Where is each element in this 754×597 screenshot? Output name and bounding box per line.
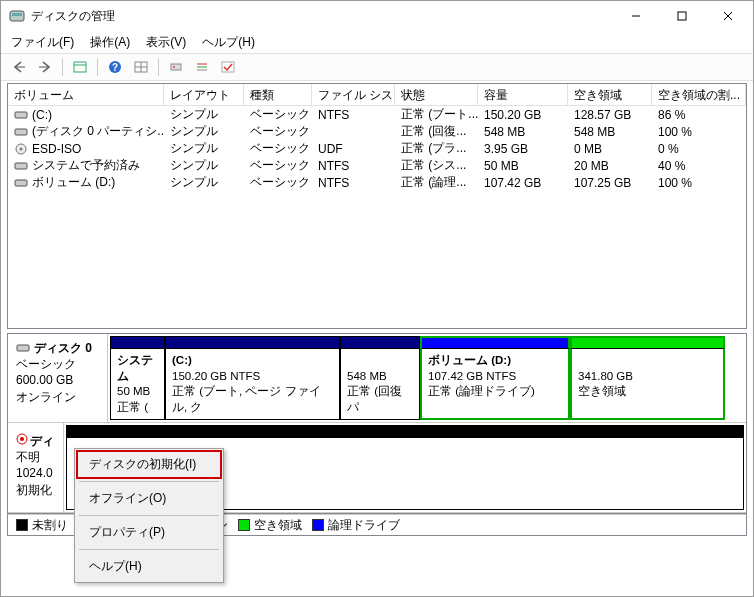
svg-rect-1 xyxy=(12,13,22,16)
legend-item: 論理ドライブ xyxy=(312,517,400,534)
menu-action[interactable]: 操作(A) xyxy=(82,32,138,53)
forward-button[interactable] xyxy=(33,56,57,78)
volume-list: ボリューム レイアウト 種類 ファイル システム 状態 容量 空き領域 空き領域… xyxy=(7,83,747,329)
table-row[interactable]: (C:)シンプルベーシックNTFS正常 (ブート...150.20 GB128.… xyxy=(8,106,746,123)
maximize-button[interactable] xyxy=(659,2,705,30)
volume-icon xyxy=(14,126,28,138)
col-volume[interactable]: ボリューム xyxy=(8,84,164,105)
svg-rect-20 xyxy=(222,62,234,72)
partition[interactable]: ボリューム (D:)107.42 GB NTFS正常 (論理ドライブ) xyxy=(420,348,570,420)
svg-rect-15 xyxy=(171,64,181,70)
svg-rect-8 xyxy=(74,62,86,72)
back-button[interactable] xyxy=(7,56,31,78)
svg-rect-3 xyxy=(678,12,686,20)
menu-initialize-disk[interactable]: ディスクの初期化(I) xyxy=(77,451,221,478)
vol-name: ESD-ISO xyxy=(32,142,81,156)
svg-point-29 xyxy=(20,437,24,441)
disk1-info[interactable]: ディ 不明 1024.0 初期化 xyxy=(8,423,64,512)
disk1-status: 初期化 xyxy=(16,482,55,498)
menubar: ファイル(F) 操作(A) 表示(V) ヘルプ(H) xyxy=(1,31,753,53)
disk0-info[interactable]: ディスク 0 ベーシック 600.00 GB オンライン xyxy=(8,334,108,422)
disk1-size: 1024.0 xyxy=(16,465,55,481)
partition[interactable]: 548 MB正常 (回復パ xyxy=(340,348,420,420)
app-icon xyxy=(9,8,25,24)
svg-rect-22 xyxy=(15,129,27,135)
partition[interactable]: 341.80 GB空き領域 xyxy=(570,348,725,420)
col-pct[interactable]: 空き領域の割... xyxy=(652,84,746,105)
menu-properties[interactable]: プロパティ(P) xyxy=(77,519,221,546)
list-icon[interactable] xyxy=(190,56,214,78)
svg-text:?: ? xyxy=(112,62,118,73)
check-icon[interactable] xyxy=(216,56,240,78)
volume-icon xyxy=(14,160,28,172)
volume-icon xyxy=(14,177,28,189)
menu-view[interactable]: 表示(V) xyxy=(138,32,194,53)
col-layout[interactable]: レイアウト xyxy=(164,84,244,105)
menu-offline[interactable]: オフライン(O) xyxy=(77,485,221,512)
disk1-label: ディ xyxy=(30,433,54,449)
col-cap[interactable]: 容量 xyxy=(478,84,568,105)
partition[interactable]: (C:)150.20 GB NTFS正常 (ブート, ページ ファイル, ク xyxy=(165,348,340,420)
legend-item: 空き領域 xyxy=(238,517,302,534)
col-status[interactable]: 状態 xyxy=(395,84,478,105)
menu-help[interactable]: ヘルプ(H) xyxy=(194,32,263,53)
disk0-status: オンライン xyxy=(16,389,99,405)
refresh-icon[interactable] xyxy=(164,56,188,78)
disk-icon xyxy=(16,342,30,354)
toolbar: ? xyxy=(1,53,753,81)
minimize-button[interactable] xyxy=(613,2,659,30)
window-title: ディスクの管理 xyxy=(31,8,613,25)
error-icon xyxy=(16,433,28,449)
col-free[interactable]: 空き領域 xyxy=(568,84,652,105)
svg-rect-26 xyxy=(15,180,27,186)
disk1-type: 不明 xyxy=(16,449,55,465)
col-fs[interactable]: ファイル システム xyxy=(312,84,395,105)
disk0-size: 600.00 GB xyxy=(16,372,99,388)
table-row[interactable]: (ディスク 0 パーティシ...シンプルベーシック正常 (回復...548 MB… xyxy=(8,123,746,140)
svg-point-16 xyxy=(173,66,175,68)
vol-name: システムで予約済み xyxy=(32,157,140,174)
col-kind[interactable]: 種類 xyxy=(244,84,312,105)
vol-name: ボリューム (D:) xyxy=(32,174,115,191)
help-icon[interactable]: ? xyxy=(103,56,127,78)
vol-name: (C:) xyxy=(32,108,52,122)
context-menu: ディスクの初期化(I) オフライン(O) プロパティ(P) ヘルプ(H) xyxy=(74,448,224,583)
menu-help[interactable]: ヘルプ(H) xyxy=(77,553,221,580)
table-row[interactable]: ボリューム (D:)シンプルベーシックNTFS正常 (論理...107.42 G… xyxy=(8,174,746,191)
properties-icon[interactable] xyxy=(68,56,92,78)
legend-item: 未割り xyxy=(16,517,68,534)
view-icon[interactable] xyxy=(129,56,153,78)
svg-point-24 xyxy=(20,147,23,150)
close-button[interactable] xyxy=(705,2,751,30)
vol-name: (ディスク 0 パーティシ... xyxy=(32,123,164,140)
disk0-label: ディスク 0 xyxy=(34,340,92,356)
table-row[interactable]: ESD-ISOシンプルベーシックUDF正常 (プラ...3.95 GB0 MB0… xyxy=(8,140,746,157)
svg-rect-25 xyxy=(15,163,27,169)
table-row[interactable]: システムで予約済みシンプルベーシックNTFS正常 (シス...50 MB20 M… xyxy=(8,157,746,174)
volume-icon xyxy=(14,109,28,121)
disk0-type: ベーシック xyxy=(16,356,99,372)
partition[interactable]: システム50 MB正常 ( xyxy=(110,348,165,420)
volume-icon xyxy=(14,143,28,155)
svg-rect-21 xyxy=(15,112,27,118)
svg-rect-27 xyxy=(17,345,29,351)
menu-file[interactable]: ファイル(F) xyxy=(3,32,82,53)
